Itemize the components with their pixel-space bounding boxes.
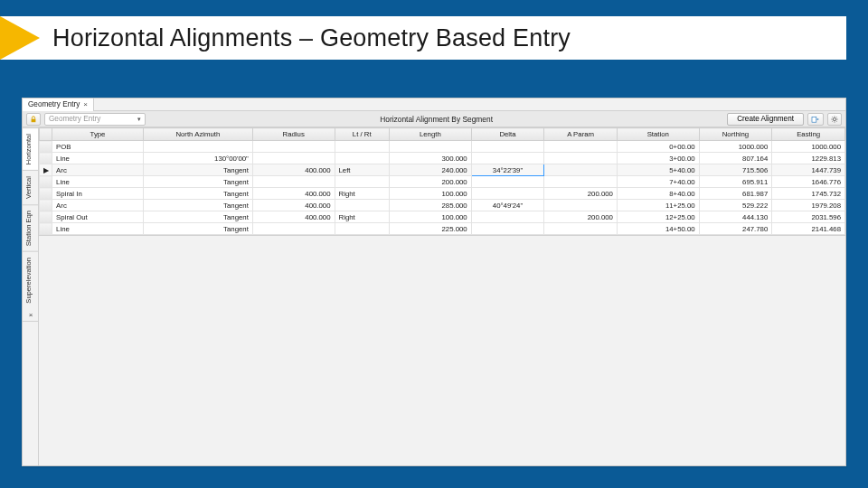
create-alignment-button[interactable]: Create Alignment	[727, 113, 804, 126]
cell-ltrt[interactable]	[335, 153, 389, 164]
alignment-grid[interactable]: Type North Azimuth Radius Lt / Rt Length…	[39, 127, 845, 235]
lock-button[interactable]	[26, 113, 41, 126]
table-row[interactable]: ArcTangent400.000285.00040°49'24"11+25.0…	[40, 200, 845, 211]
cell-delta[interactable]	[471, 176, 544, 188]
row-selector[interactable]	[40, 200, 52, 211]
cell-easting[interactable]: 1745.732	[772, 188, 845, 200]
col-azimuth[interactable]: North Azimuth	[143, 128, 252, 141]
col-northing[interactable]: Northing	[699, 128, 772, 141]
col-aparam[interactable]: A Param	[544, 128, 618, 141]
cell-azimuth[interactable]: Tangent	[143, 211, 252, 223]
cell-northing[interactable]: 444.130	[699, 211, 772, 223]
rail-tab-station-eqn[interactable]: Station Eqn	[23, 204, 38, 251]
cell-aparam[interactable]	[544, 153, 618, 164]
cell-type[interactable]: POB	[52, 141, 144, 153]
cell-length[interactable]: 240.000	[390, 164, 472, 176]
rail-tab-superelevation[interactable]: Superelevation	[23, 251, 38, 309]
cell-easting[interactable]: 2031.596	[772, 211, 845, 223]
cell-station[interactable]: 0+00.00	[617, 141, 699, 153]
cell-station[interactable]: 5+40.00	[617, 164, 699, 176]
cell-ltrt[interactable]	[335, 200, 389, 211]
cell-radius[interactable]	[252, 223, 335, 235]
cell-type[interactable]: Spiral In	[52, 188, 144, 200]
cell-delta[interactable]	[471, 153, 544, 164]
cell-aparam[interactable]	[544, 223, 618, 235]
cell-radius[interactable]: 400.000	[252, 200, 335, 211]
cell-easting[interactable]: 1000.000	[772, 141, 845, 153]
cell-length[interactable]: 100.000	[390, 188, 472, 200]
cell-azimuth[interactable]: Tangent	[143, 223, 252, 235]
cell-delta[interactable]: 40°49'24"	[471, 200, 544, 211]
settings-button[interactable]	[827, 113, 842, 126]
geometry-entry-combo[interactable]: Geometry Entry ▾	[44, 113, 146, 126]
cell-delta[interactable]: 34°22'39"	[471, 164, 544, 176]
cell-radius[interactable]: 400.000	[252, 188, 335, 200]
row-selector[interactable]: ▶	[40, 164, 52, 176]
cell-azimuth[interactable]: Tangent	[143, 164, 252, 176]
cell-easting[interactable]: 1646.776	[772, 176, 845, 188]
cell-azimuth[interactable]: Tangent	[143, 188, 252, 200]
cell-northing[interactable]: 681.987	[699, 188, 772, 200]
cell-ltrt[interactable]	[335, 141, 389, 153]
cell-azimuth[interactable]: Tangent	[143, 176, 252, 188]
table-row[interactable]: Spiral InTangent400.000Right100.000200.0…	[40, 188, 845, 200]
cell-delta[interactable]	[471, 223, 544, 235]
cell-length[interactable]: 285.000	[390, 200, 472, 211]
cell-aparam[interactable]	[544, 176, 618, 188]
cell-length[interactable]: 200.000	[390, 176, 472, 188]
cell-northing[interactable]: 1000.000	[699, 141, 772, 153]
rail-tab-horizontal[interactable]: Horizontal	[23, 127, 38, 170]
cell-station[interactable]: 7+40.00	[617, 176, 699, 188]
cell-length[interactable]: 100.000	[390, 211, 472, 223]
cell-easting[interactable]: 1447.739	[772, 164, 845, 176]
document-tab-geometry-entry[interactable]: Geometry Entry ×	[23, 99, 94, 111]
table-row[interactable]: LineTangent200.0007+40.00695.9111646.776	[40, 176, 845, 188]
cell-ltrt[interactable]	[335, 223, 389, 235]
cell-aparam[interactable]: 200.000	[544, 211, 618, 223]
cell-radius[interactable]	[252, 176, 335, 188]
row-selector[interactable]	[40, 153, 52, 164]
cell-ltrt[interactable]	[335, 176, 389, 188]
row-selector[interactable]	[40, 211, 52, 223]
row-selector[interactable]	[40, 141, 52, 153]
cell-station[interactable]: 14+50.00	[617, 223, 699, 235]
row-selector[interactable]	[40, 176, 52, 188]
cell-radius[interactable]	[252, 141, 335, 153]
row-selector[interactable]	[40, 223, 52, 235]
cell-easting[interactable]: 1229.813	[772, 153, 845, 164]
cell-radius[interactable]: 400.000	[252, 211, 335, 223]
cell-northing[interactable]: 247.780	[699, 223, 772, 235]
cell-type[interactable]: Line	[52, 176, 144, 188]
col-ltrt[interactable]: Lt / Rt	[335, 128, 389, 141]
close-icon[interactable]: ×	[83, 100, 88, 108]
cell-ltrt[interactable]: Left	[335, 164, 389, 176]
cell-azimuth[interactable]: 130°00'00"	[143, 153, 252, 164]
col-radius[interactable]: Radius	[252, 128, 335, 141]
cell-type[interactable]: Spiral Out	[52, 211, 144, 223]
col-length[interactable]: Length	[390, 128, 472, 141]
cell-azimuth[interactable]: Tangent	[143, 200, 252, 211]
cell-northing[interactable]: 715.506	[699, 164, 772, 176]
cell-station[interactable]: 8+40.00	[617, 188, 699, 200]
table-row[interactable]: ▶ArcTangent400.000Left240.00034°22'39"5+…	[40, 164, 845, 176]
table-row[interactable]: Line130°00'00"300.0003+00.00807.1641229.…	[40, 153, 845, 164]
cell-northing[interactable]: 807.164	[699, 153, 772, 164]
cell-type[interactable]: Arc	[52, 200, 144, 211]
cell-delta[interactable]	[471, 211, 544, 223]
col-type[interactable]: Type	[52, 128, 144, 141]
cell-type[interactable]: Line	[52, 223, 144, 235]
row-selector[interactable]	[40, 188, 52, 200]
cell-aparam[interactable]	[544, 200, 618, 211]
table-row[interactable]: Spiral OutTangent400.000Right100.000200.…	[40, 211, 845, 223]
cell-delta[interactable]	[471, 188, 544, 200]
cell-easting[interactable]: 2141.468	[772, 223, 845, 235]
table-row[interactable]: LineTangent225.00014+50.00247.7802141.46…	[40, 223, 845, 235]
cell-type[interactable]: Line	[52, 153, 144, 164]
cell-ltrt[interactable]: Right	[335, 211, 389, 223]
cell-station[interactable]: 11+25.00	[617, 200, 699, 211]
cell-radius[interactable]: 400.000	[252, 164, 335, 176]
cell-northing[interactable]: 695.911	[699, 176, 772, 188]
cell-delta[interactable]	[471, 141, 544, 153]
cell-length[interactable]	[390, 141, 472, 153]
cell-azimuth[interactable]	[143, 141, 252, 153]
